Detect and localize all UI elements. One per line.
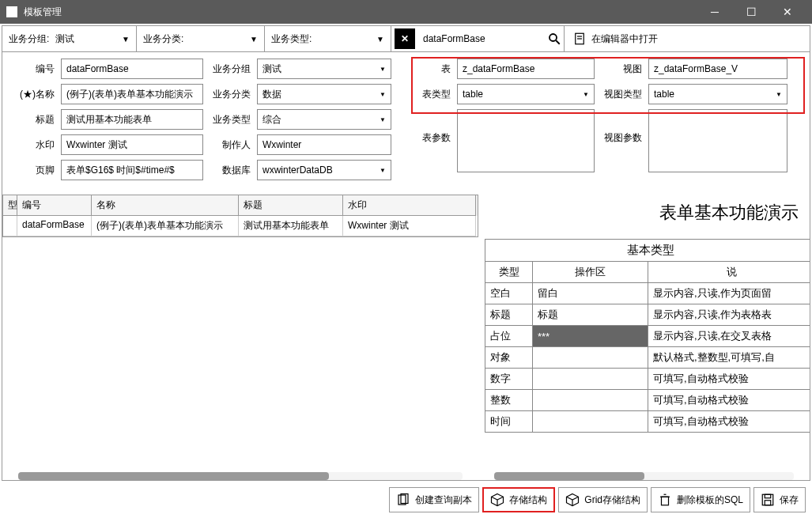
footer-field[interactable]: 表单$G16$ 时间$#time#$ xyxy=(61,160,203,180)
chevron-down-icon: ▼ xyxy=(583,91,589,98)
filter-type-label: 业务类型: xyxy=(268,32,315,46)
preview-row: 时间可填写,自动格式校验 xyxy=(485,411,810,433)
table-label: 表 xyxy=(414,62,454,76)
title-label: 标题 xyxy=(10,113,58,127)
wm-label: 水印 xyxy=(10,138,58,152)
type-select[interactable]: 综合▼ xyxy=(257,109,391,130)
svg-line-12 xyxy=(567,497,573,500)
app-icon xyxy=(6,6,17,17)
col-header-name[interactable]: 名称 xyxy=(92,195,239,216)
table-row[interactable]: dataFormBase(例子)(表单)表单基本功能演示测试用基本功能表单Wxw… xyxy=(3,216,478,236)
save-icon xyxy=(761,493,775,507)
name-field[interactable]: (例子)(表单)表单基本功能演示 xyxy=(61,84,203,104)
svg-point-0 xyxy=(550,34,557,41)
ttype-select[interactable]: table▼ xyxy=(457,84,595,104)
col-header-wm[interactable]: 水印 xyxy=(343,195,476,216)
open-editor-label: 在编辑器中打开 xyxy=(591,32,658,46)
copy-icon xyxy=(396,493,410,507)
svg-line-9 xyxy=(497,497,504,500)
view-field[interactable]: z_dataFormBase_V xyxy=(648,59,787,79)
window-title: 模板管理 xyxy=(24,6,697,19)
grid-storage-button[interactable]: Grid存储结构 xyxy=(558,487,648,512)
preview-row: 对象默认格式,整数型,可填写,自 xyxy=(485,347,810,369)
create-copy-button[interactable]: 创建查询副本 xyxy=(389,487,479,512)
cube-icon xyxy=(490,493,504,507)
footer-label: 页脚 xyxy=(10,164,58,177)
delete-sql-button[interactable]: 删除模板的SQL xyxy=(651,487,750,512)
save-button[interactable]: 保存 xyxy=(753,487,806,512)
svg-rect-20 xyxy=(765,501,771,505)
view-label: 视图 xyxy=(598,62,645,76)
name-label: (★)名称 xyxy=(10,88,58,101)
preview-row: 空白留白显示内容,只读,作为页面留 xyxy=(485,283,810,304)
h-scrollbar-right[interactable] xyxy=(494,472,794,480)
svg-rect-18 xyxy=(762,494,773,505)
table-field[interactable]: z_dataFormBase xyxy=(457,59,595,79)
document-icon xyxy=(572,32,587,46)
trash-icon xyxy=(658,493,672,507)
grp-label: 业务分组 xyxy=(206,62,254,76)
vparam-textarea[interactable] xyxy=(648,109,787,172)
pv-col-desc: 说 xyxy=(648,262,810,283)
ttype-label: 表类型 xyxy=(414,88,454,101)
db-label: 数据库 xyxy=(206,164,254,177)
tparam-label: 表参数 xyxy=(414,109,454,145)
open-in-editor-button[interactable]: 在编辑器中打开 xyxy=(565,32,666,46)
filter-category-select[interactable]: ▼ xyxy=(187,29,261,48)
svg-line-13 xyxy=(572,497,579,500)
svg-line-1 xyxy=(556,40,560,44)
col-header-id[interactable]: 编号 xyxy=(17,195,92,216)
pv-col-op: 操作区 xyxy=(533,262,648,283)
preview-row: 占位***显示内容,只读,在交叉表格 xyxy=(485,326,810,347)
cat-label: 业务分类 xyxy=(206,88,254,101)
preview-subhead: 基本类型 xyxy=(485,240,810,262)
id-label: 编号 xyxy=(10,62,58,76)
chevron-down-icon: ▼ xyxy=(380,167,386,174)
preview-table: 基本类型 类型 操作区 说 空白留白显示内容,只读,作为页面留标题标题显示内容,… xyxy=(485,239,810,433)
chevron-down-icon: ▼ xyxy=(250,35,258,43)
col-header-title[interactable]: 标题 xyxy=(239,195,343,216)
chevron-down-icon: ▼ xyxy=(380,66,386,73)
svg-rect-15 xyxy=(661,497,668,505)
minimize-button[interactable]: ─ xyxy=(697,0,733,24)
col-header-type[interactable]: 型 xyxy=(3,195,17,216)
chevron-down-icon: ▼ xyxy=(380,91,386,98)
author-label: 制作人 xyxy=(206,138,254,152)
vtype-select[interactable]: table▼ xyxy=(648,84,787,104)
tparam-textarea[interactable] xyxy=(457,109,595,172)
preview-row: 数字可填写,自动格式校验 xyxy=(485,369,810,390)
pv-col-type: 类型 xyxy=(485,262,533,283)
svg-line-8 xyxy=(492,497,498,500)
cube-icon xyxy=(565,493,580,507)
preview-title: 表单基本功能演示 xyxy=(478,195,810,231)
author-field[interactable]: Wxwinter xyxy=(257,134,391,155)
filter-type-select[interactable]: ▼ xyxy=(315,29,387,48)
wm-field[interactable]: Wxwinter 测试 xyxy=(61,134,203,155)
title-field[interactable]: 测试用基本功能表单 xyxy=(61,109,203,130)
maximize-button[interactable]: ☐ xyxy=(733,0,769,24)
chevron-down-icon: ▼ xyxy=(376,35,384,43)
clear-filter-button[interactable]: ✕ xyxy=(395,28,415,49)
chevron-down-icon: ▼ xyxy=(122,35,130,43)
vtype-label: 视图类型 xyxy=(598,88,645,101)
vparam-label: 视图参数 xyxy=(598,109,645,145)
close-button[interactable]: ✕ xyxy=(769,0,806,24)
h-scrollbar-left[interactable] xyxy=(18,472,463,480)
svg-rect-19 xyxy=(765,494,771,498)
type-label: 业务类型 xyxy=(206,113,254,127)
db-select[interactable]: wxwinterDataDB▼ xyxy=(257,160,391,180)
chevron-down-icon: ▼ xyxy=(380,116,386,123)
search-input[interactable] xyxy=(418,28,545,50)
chevron-down-icon: ▼ xyxy=(776,91,782,98)
filter-group-select[interactable]: 测试 ▼ xyxy=(52,29,133,48)
cat-select[interactable]: 数据▼ xyxy=(257,84,391,104)
template-grid[interactable]: 型 编号 名称 标题 水印 dataFormBase(例子)(表单)表单基本功能… xyxy=(2,195,478,237)
filter-category-label: 业务分类: xyxy=(140,32,187,46)
storage-button[interactable]: 存储结构 xyxy=(482,487,555,512)
preview-row: 整数可填写,自动格式校验 xyxy=(485,390,810,411)
search-icon[interactable] xyxy=(545,29,564,48)
filter-group-label: 业务分组: xyxy=(6,32,52,46)
id-field[interactable]: dataFormBase xyxy=(61,59,203,79)
preview-row: 标题标题显示内容,只读,作为表格表 xyxy=(485,304,810,326)
grp-select[interactable]: 测试▼ xyxy=(257,59,391,79)
